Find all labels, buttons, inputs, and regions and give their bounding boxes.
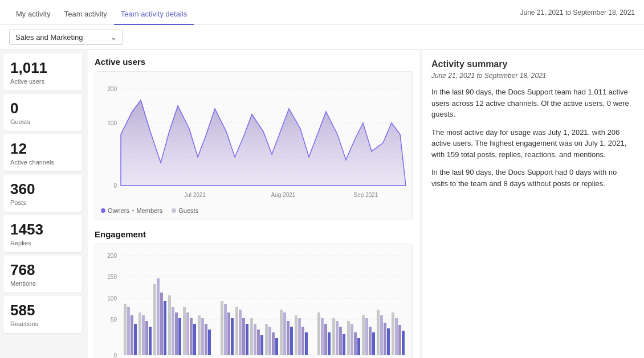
svg-rect-81 xyxy=(365,318,368,355)
svg-rect-67 xyxy=(305,332,308,355)
svg-text:200: 200 xyxy=(107,86,117,92)
stat-label-guests: Guests xyxy=(10,118,75,125)
svg-rect-38 xyxy=(190,318,193,355)
summary-para-3: In the last 90 days, the Docs Support ha… xyxy=(431,167,635,189)
stat-label-reactions: Reactions xyxy=(10,320,75,327)
svg-rect-39 xyxy=(193,324,196,355)
svg-text:0: 0 xyxy=(113,352,117,358)
svg-text:100: 100 xyxy=(107,120,117,126)
svg-rect-65 xyxy=(298,318,301,355)
svg-rect-29 xyxy=(157,278,160,355)
svg-rect-85 xyxy=(380,315,383,355)
tab-team-activity-details[interactable]: Team activity details xyxy=(114,4,194,25)
active-users-chart-container: 200 100 0 Jul 2021 Aug 2021 xyxy=(95,71,413,220)
svg-text:50: 50 xyxy=(111,316,117,323)
svg-rect-42 xyxy=(205,324,207,355)
svg-rect-91 xyxy=(402,331,405,355)
svg-rect-68 xyxy=(317,312,320,355)
svg-rect-90 xyxy=(398,325,401,355)
active-users-chart-section: Active users 200 100 0 xyxy=(95,57,413,220)
stat-value-mentions: 768 xyxy=(10,261,75,279)
stat-value-active-channels: 12 xyxy=(10,140,75,158)
stat-card-active-channels: 12 Active channels xyxy=(3,134,82,171)
stat-value-active-users: 1,011 xyxy=(10,59,75,77)
svg-rect-47 xyxy=(231,318,234,355)
svg-rect-71 xyxy=(328,332,331,355)
svg-rect-89 xyxy=(395,318,398,355)
stat-card-mentions: 768 Mentions xyxy=(3,256,82,293)
svg-rect-24 xyxy=(138,312,141,355)
svg-rect-63 xyxy=(290,327,293,355)
svg-rect-34 xyxy=(175,312,178,355)
svg-text:150: 150 xyxy=(107,274,117,280)
team-selector-dropdown[interactable]: Sales and Marketing ⌄ xyxy=(9,30,123,45)
svg-rect-52 xyxy=(250,318,253,355)
svg-rect-64 xyxy=(295,315,297,355)
tab-my-activity[interactable]: My activity xyxy=(9,4,58,25)
svg-rect-28 xyxy=(153,284,156,355)
svg-rect-35 xyxy=(178,318,181,355)
svg-rect-56 xyxy=(265,324,268,355)
team-selector-value: Sales and Marketing xyxy=(15,33,83,42)
svg-rect-61 xyxy=(283,312,286,355)
stat-card-posts: 360 Posts xyxy=(3,175,82,212)
summary-para-1: In the last 90 days, the Docs Support te… xyxy=(431,87,635,120)
svg-rect-49 xyxy=(239,310,242,355)
chevron-down-icon: ⌄ xyxy=(111,33,117,42)
svg-rect-21 xyxy=(127,307,130,355)
svg-rect-26 xyxy=(145,321,148,355)
svg-rect-41 xyxy=(201,318,204,355)
stat-value-guests: 0 xyxy=(10,100,75,117)
active-users-chart-title: Active users xyxy=(95,57,413,67)
svg-text:Sep 2021: Sep 2021 xyxy=(354,192,378,198)
svg-rect-80 xyxy=(362,315,365,355)
legend-item-owners: Owners + Members xyxy=(101,207,162,214)
svg-rect-69 xyxy=(321,318,324,355)
stat-label-active-channels: Active channels xyxy=(10,159,75,166)
svg-text:Aug 2021: Aug 2021 xyxy=(271,192,296,198)
stat-card-reactions: 585 Reactions xyxy=(3,296,82,333)
stat-value-reactions: 585 xyxy=(10,302,75,319)
svg-rect-36 xyxy=(183,307,186,355)
svg-rect-74 xyxy=(339,327,342,355)
summary-title: Activity summary xyxy=(431,59,635,69)
svg-text:0: 0 xyxy=(113,183,117,189)
tab-team-activity[interactable]: Team activity xyxy=(58,4,114,25)
svg-rect-75 xyxy=(343,334,345,355)
svg-rect-33 xyxy=(172,307,174,355)
svg-rect-31 xyxy=(164,301,166,355)
svg-rect-79 xyxy=(357,338,360,355)
stat-card-replies: 1453 Replies xyxy=(3,215,82,252)
svg-rect-57 xyxy=(268,327,271,355)
charts-area: Active users 200 100 0 xyxy=(88,50,419,358)
svg-rect-20 xyxy=(124,304,127,355)
svg-rect-58 xyxy=(272,332,275,355)
stat-label-mentions: Mentions xyxy=(10,280,75,287)
svg-rect-82 xyxy=(369,327,372,355)
svg-rect-72 xyxy=(332,318,335,355)
svg-rect-66 xyxy=(301,327,304,355)
main-content: 1,011 Active users 0 Guests 12 Active ch… xyxy=(0,50,644,358)
svg-rect-76 xyxy=(347,321,350,355)
stat-card-guests: 0 Guests xyxy=(3,94,82,131)
svg-rect-88 xyxy=(392,312,394,355)
svg-rect-53 xyxy=(254,324,256,355)
svg-rect-54 xyxy=(257,330,260,355)
engagement-chart-section: Engagement 200 150 100 50 0 xyxy=(95,229,413,358)
active-users-legend: Owners + Members Guests xyxy=(101,207,406,214)
svg-rect-27 xyxy=(149,327,152,355)
svg-rect-73 xyxy=(336,321,339,355)
stat-value-replies: 1453 xyxy=(10,221,75,238)
svg-rect-51 xyxy=(246,324,248,355)
svg-rect-59 xyxy=(275,338,278,355)
legend-item-guests: Guests xyxy=(172,207,198,214)
svg-rect-78 xyxy=(354,332,357,355)
svg-rect-37 xyxy=(186,312,189,355)
svg-rect-43 xyxy=(208,330,211,355)
stat-label-active-users: Active users xyxy=(10,78,75,85)
svg-text:200: 200 xyxy=(107,253,117,259)
svg-rect-45 xyxy=(224,304,227,355)
active-users-svg: 200 100 0 Jul 2021 Aug 2021 xyxy=(101,77,409,203)
top-navigation: My activity Team activity Team activity … xyxy=(0,0,644,25)
svg-rect-30 xyxy=(160,293,163,355)
